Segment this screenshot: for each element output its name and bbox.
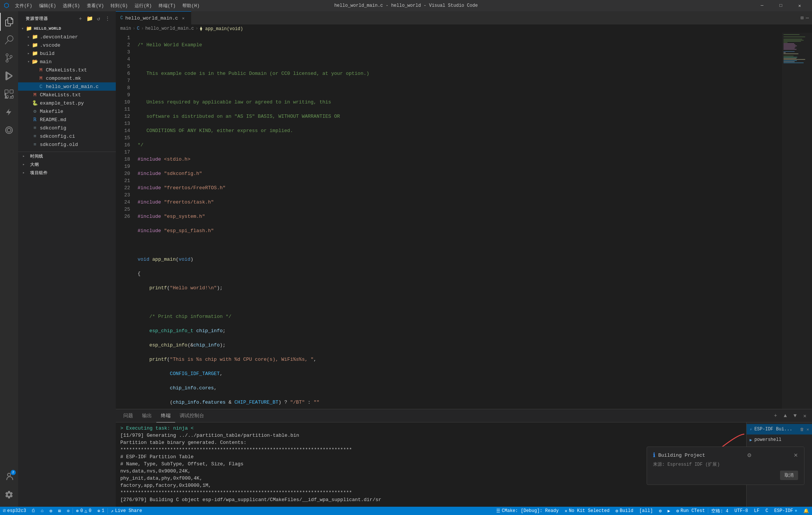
tree-item-sdkconfig[interactable]: ≡ sdkconfig [18,124,116,132]
add-terminal-button[interactable]: + [771,412,780,420]
panel-maximize-button[interactable]: ▲ [781,412,789,420]
status-esp32c3[interactable]: ⎚ esp32c3 [0,507,29,515]
status-ports[interactable]: ⊕ 1 [94,507,107,515]
panel-tab-problems[interactable]: 问题 [119,409,138,422]
activity-extensions[interactable] [0,85,18,103]
status-config[interactable]: ⚙ [47,507,55,515]
tree-item-example-test-py[interactable]: 🐍 example_test.py [18,99,116,107]
status-ctest[interactable]: ⚙ Run CTest [673,507,708,515]
breadcrumb-file[interactable]: hello_world_main.c [145,26,194,31]
menu-file[interactable]: 文件(F) [12,2,35,10]
section-project-components[interactable]: ▸ 项目组件 [18,169,116,177]
tree-item-readme[interactable]: ℝ README.md [18,115,116,124]
notification-settings-button[interactable]: ⚙ [747,452,752,458]
menu-goto[interactable]: 转到(G) [108,2,131,10]
refresh-button[interactable]: ↺ [95,15,102,23]
tree-item-cmakelists-root[interactable]: M CMakeLists.txt [18,91,116,99]
status-flag[interactable]: ⊙ [64,507,73,515]
menu-view[interactable]: 查看(V) [84,2,107,10]
tree-item-sdkconfig-ci[interactable]: ≡ sdkconfig.ci [18,132,116,140]
activity-search[interactable] [0,31,18,49]
tree-item-vscode[interactable]: ▸ 📁 .vscode [18,41,116,49]
terminal-powershell[interactable]: ▶ powershell [747,434,812,445]
tree-item-main[interactable]: ▾ 📂 main [18,58,116,66]
no-kit-icon: ✕ [565,508,567,514]
split-editor-button[interactable]: ⊞ [800,15,803,21]
status-cmake[interactable]: ☰ CMake: [Debug]: Ready [493,507,562,515]
tab-close-button[interactable]: ✕ [180,15,186,21]
close-button[interactable]: ✕ [791,0,808,11]
more-actions-button[interactable]: ⋯ [806,15,809,21]
menu-terminal[interactable]: 终端(T) [156,2,179,10]
activity-explorer[interactable] [0,13,18,31]
maximize-button[interactable]: □ [772,0,789,11]
section-timeline[interactable]: ▸ 时间线 [18,152,116,160]
new-folder-button[interactable]: 📁 [86,15,93,23]
status-cmake-target[interactable]: [all] [636,507,656,515]
status-run-btn[interactable]: ▶ [665,507,673,515]
tree-item-sdkconfig-old[interactable]: ≡ sdkconfig.old [18,140,116,149]
breadcrumb-main[interactable]: main [120,26,131,31]
file-tree: ▾ 📁 HELLO_WORLD ▸ 📁 .devcontainer ▸ 📁 .v… [18,24,116,507]
ports-icon: ⊕ [97,508,100,514]
section-label: 大纲 [30,162,39,167]
status-eol[interactable]: LF [751,507,762,515]
tree-item-cmakelists-main[interactable]: M CMakeLists.txt [18,66,116,74]
panel-tab-output[interactable]: 输出 [138,409,156,422]
terminal-kill-button[interactable]: ✕ [806,427,809,432]
panel-close-button[interactable]: ✕ [801,412,809,420]
terminal-trash-button[interactable]: 🗑 [800,427,804,432]
section-outline[interactable]: ▸ 大纲 [18,160,116,169]
new-file-button[interactable]: + [77,15,84,23]
panel-tab-terminal[interactable]: 终端 [156,409,175,422]
chevron-right-icon: ▸ [23,162,29,167]
status-no-kit[interactable]: ✕ No Kit Selected [562,507,612,515]
tree-item-label: hello_world_main.c [46,84,98,90]
activity-scm[interactable] [0,49,18,67]
status-build[interactable]: ⚙ Build [612,507,636,515]
status-device[interactable]: ⊞ [55,507,64,515]
activity-settings[interactable] [0,486,18,504]
minimize-button[interactable]: ─ [753,0,771,11]
activity-esp[interactable] [0,103,18,121]
code-editor[interactable]: 12345 678910 1112131415 1617181920 21222… [116,33,812,409]
status-encoding[interactable]: UTF-8 [732,507,751,515]
status-esp-idf[interactable]: ESP-IDF ● [771,507,800,515]
status-problems[interactable]: ⊗ 0 △ 0 [73,507,94,515]
menu-run[interactable]: 运行(R) [132,2,155,10]
tree-item-devcontainer[interactable]: ▸ 📁 .devcontainer [18,33,116,41]
cmake-label: CMake: [Debug]: Ready [502,508,559,513]
notification-close-button[interactable]: ✕ [794,452,798,458]
status-cmake-settings[interactable]: ⚙ [656,507,665,515]
esp-idf-dot: ● [795,508,797,513]
activity-remote[interactable] [0,121,18,139]
tree-item-componentmk[interactable]: M component.mk [18,74,116,82]
breadcrumb-function[interactable]: ⧫ app_main(void) [200,26,243,32]
tree-item-build[interactable]: ▸ 📁 build [18,49,116,58]
status-live-share[interactable]: ↗ Live Share [108,507,145,515]
status-flash[interactable]: ⎙ [29,507,38,515]
menu-select[interactable]: 选择(S) [60,2,83,10]
notification-cancel-button[interactable]: 取消 [780,471,798,480]
tree-item-hello-world-main-c[interactable]: C hello_world_main.c [18,82,116,91]
language-label: C [765,508,768,513]
collapse-all-button[interactable]: ⋮ [104,15,111,23]
tree-item-makefile[interactable]: ⚙ Makefile [18,107,116,115]
esp32-icon: ⎚ [3,508,6,513]
status-notification-bell[interactable]: 🔔 [800,507,812,515]
tree-root-hello-world[interactable]: ▾ 📁 HELLO_WORLD [18,24,116,33]
panel-tab-debug-console[interactable]: 调试控制台 [175,409,209,422]
terminal-esp-idf-build[interactable]: ⚡ ESP-IDF Bui... 🗑 ✕ [747,424,812,434]
activity-account[interactable]: 2 [0,468,18,486]
activity-run[interactable] [0,67,18,85]
sidebar-actions: + 📁 ↺ ⋮ [77,15,111,23]
notification-popup: ℹ Building Project ⚙ ✕ 来源: Espressif IDF… [647,447,804,485]
status-monitor[interactable]: ⌂ [38,507,46,515]
menu-help[interactable]: 帮助(H) [179,2,203,10]
status-language[interactable]: C [762,507,771,515]
status-indent[interactable]: 空格: 4 [708,507,732,515]
menu-edit[interactable]: 编辑(E) [36,2,59,10]
tab-hello-world-main-c[interactable]: C hello_world_main.c ✕ [116,11,191,24]
panel-minimize-button[interactable]: ▼ [791,412,799,420]
breadcrumb-c[interactable]: C [137,26,139,31]
